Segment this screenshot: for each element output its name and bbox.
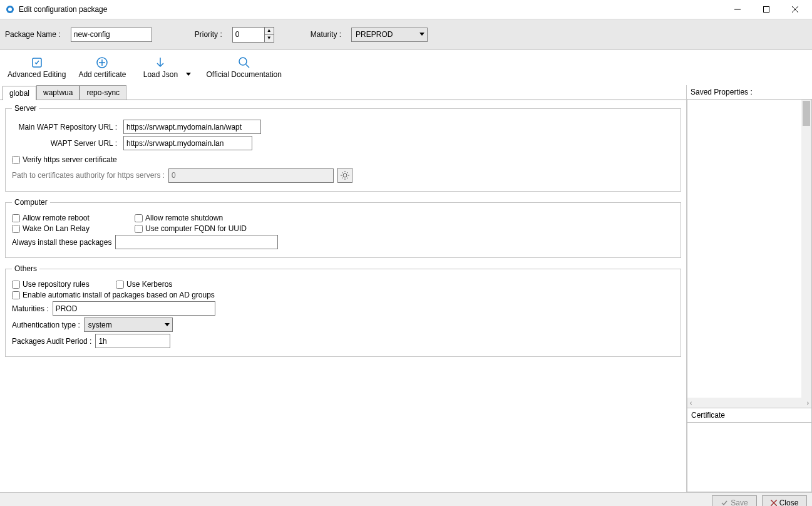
svg-rect-3 xyxy=(764,7,769,13)
official-docs-button[interactable]: Official Documentation xyxy=(202,55,285,80)
horizontal-scrollbar[interactable]: ‹› xyxy=(687,398,811,408)
always-install-input[interactable] xyxy=(115,235,278,249)
priority-down-icon[interactable]: ▼ xyxy=(265,35,274,42)
maturities-label: Maturities : xyxy=(12,304,49,313)
use-repo-rules-label: Use repository rules xyxy=(23,280,90,289)
package-name-label: Package Name : xyxy=(5,30,61,39)
auth-type-value: system xyxy=(88,321,162,329)
computer-legend: Computer xyxy=(12,198,50,207)
download-arrow-icon xyxy=(154,56,167,69)
official-docs-label: Official Documentation xyxy=(206,70,282,79)
use-repo-rules-checkbox[interactable] xyxy=(12,281,20,289)
certificate-section-label: Certificate xyxy=(687,408,812,423)
audit-period-label: Packages Audit Period : xyxy=(12,337,91,346)
use-kerberos-label: Use Kerberos xyxy=(126,280,172,289)
priority-input[interactable] xyxy=(233,28,264,42)
main-repo-label: Main WAPT Repository URL : xyxy=(12,123,117,132)
plus-circle-icon xyxy=(96,56,108,69)
auth-type-select[interactable]: system xyxy=(84,318,173,332)
maximize-button[interactable] xyxy=(752,0,781,19)
enable-ad-checkbox[interactable] xyxy=(12,291,20,299)
auth-type-label: Authentication type : xyxy=(12,321,80,329)
app-icon xyxy=(5,4,15,14)
allow-reboot-checkbox[interactable] xyxy=(12,214,20,222)
maturity-label: Maturity : xyxy=(311,30,341,39)
add-certificate-button[interactable]: Add certificate xyxy=(75,55,130,80)
scroll-right-icon[interactable]: › xyxy=(807,400,809,406)
server-legend: Server xyxy=(12,104,39,113)
server-url-input[interactable] xyxy=(123,136,252,150)
use-fqdn-checkbox[interactable] xyxy=(135,225,143,233)
right-panel: Saved Properties : ‹› Certificate xyxy=(687,85,812,492)
verify-https-label: Verify https server certificate xyxy=(23,155,117,164)
close-icon xyxy=(771,500,777,506)
allow-shutdown-checkbox[interactable] xyxy=(135,214,143,222)
wol-relay-label: Wake On Lan Relay xyxy=(23,224,90,233)
enable-ad-label: Enable automatic install of packages bas… xyxy=(23,291,215,299)
maturities-input[interactable] xyxy=(53,301,215,316)
tab-panel: Server Main WAPT Repository URL : WAPT S… xyxy=(0,100,686,492)
others-legend: Others xyxy=(12,264,39,273)
cert-path-input xyxy=(168,168,334,183)
priority-up-icon[interactable]: ▲ xyxy=(265,28,274,35)
load-json-label: Load Json xyxy=(143,70,178,79)
vertical-scrollbar[interactable] xyxy=(801,100,811,398)
title-bar: Edit configuration package xyxy=(0,0,812,19)
load-json-dropdown[interactable] xyxy=(186,65,191,80)
chevron-down-icon xyxy=(165,323,170,327)
tab-waptwua[interactable]: waptwua xyxy=(36,85,80,100)
minimize-button[interactable] xyxy=(723,0,752,19)
allow-shutdown-label: Allow remote shutdown xyxy=(145,214,223,222)
allow-reboot-label: Allow remote reboot xyxy=(23,214,90,222)
tab-repo-sync[interactable]: repo-sync xyxy=(80,85,126,100)
wol-relay-checkbox[interactable] xyxy=(12,225,20,233)
server-group: Server Main WAPT Repository URL : WAPT S… xyxy=(5,104,681,192)
header-row: Package Name : Priority : ▲ ▼ Maturity :… xyxy=(0,19,812,50)
chevron-down-icon xyxy=(186,73,191,76)
saved-properties-label: Saved Properties : xyxy=(687,85,812,99)
scroll-left-icon[interactable]: ‹ xyxy=(690,400,692,406)
use-kerberos-checkbox[interactable] xyxy=(116,281,124,289)
edit-icon xyxy=(31,56,43,69)
maturity-select[interactable]: PREPROD xyxy=(351,28,428,42)
check-icon xyxy=(721,499,728,506)
saved-properties-list[interactable]: ‹› xyxy=(687,99,812,408)
save-label: Save xyxy=(731,498,748,506)
always-install-label: Always install these packages xyxy=(12,238,111,247)
server-url-label: WAPT Server URL : xyxy=(12,139,117,148)
load-json-button[interactable]: Load Json xyxy=(135,55,186,80)
search-icon xyxy=(238,56,250,69)
cert-path-browse-button[interactable] xyxy=(337,168,352,183)
add-certificate-label: Add certificate xyxy=(78,70,126,79)
window-title: Edit configuration package xyxy=(19,5,107,14)
advanced-editing-button[interactable]: Advanced Editing xyxy=(4,55,69,80)
toolbar: Advanced Editing Add certificate Load Js… xyxy=(0,50,812,85)
tabs-bar: global waptwua repo-sync xyxy=(0,85,686,100)
computer-group: Computer Allow remote reboot Allow remot… xyxy=(5,198,681,258)
svg-point-1 xyxy=(8,8,12,11)
close-window-button[interactable] xyxy=(781,0,809,19)
others-group: Others Use repository rules Use Kerberos… xyxy=(5,264,681,357)
svg-line-12 xyxy=(246,65,249,68)
verify-https-checkbox[interactable] xyxy=(12,156,20,164)
advanced-editing-label: Advanced Editing xyxy=(8,70,66,79)
maturity-value: PREPROD xyxy=(356,30,417,39)
svg-point-11 xyxy=(239,58,247,65)
main-repo-input[interactable] xyxy=(123,120,261,134)
use-fqdn-label: Use computer FQDN for UUID xyxy=(145,224,247,233)
audit-period-input[interactable] xyxy=(95,334,170,348)
gear-icon xyxy=(341,171,349,180)
priority-spinner[interactable]: ▲ ▼ xyxy=(232,27,274,43)
package-name-input[interactable] xyxy=(71,28,152,42)
svg-point-13 xyxy=(343,173,347,177)
close-label: Close xyxy=(779,498,799,506)
tab-global[interactable]: global xyxy=(3,86,36,100)
close-button[interactable]: Close xyxy=(762,495,807,506)
priority-label: Priority : xyxy=(195,30,222,39)
chevron-down-icon xyxy=(419,33,424,36)
certificate-area xyxy=(687,423,812,492)
cert-path-label: Path to certificates authority for https… xyxy=(12,171,165,180)
save-button[interactable]: Save xyxy=(712,495,757,506)
footer-bar: Save Close xyxy=(0,492,812,506)
